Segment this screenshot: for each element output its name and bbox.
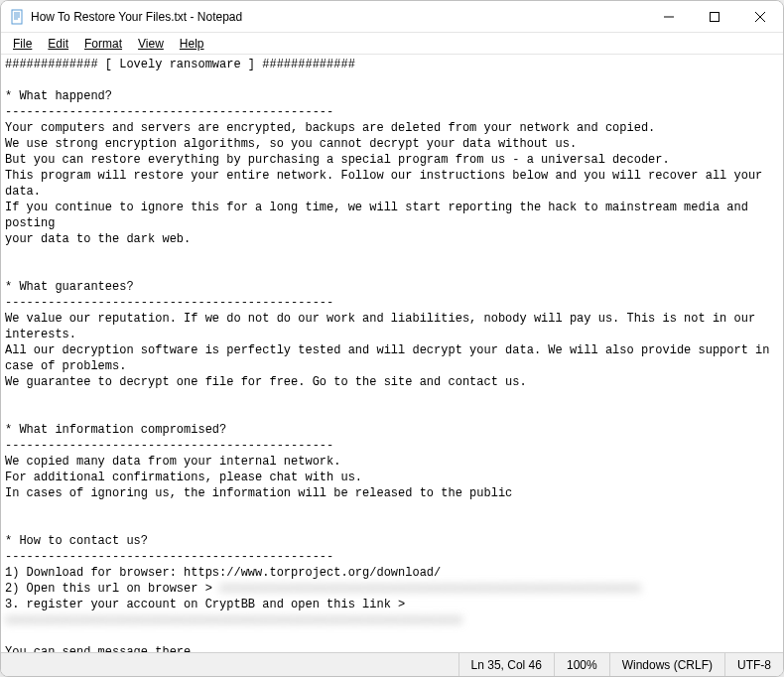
status-position: Ln 35, Col 46 (458, 653, 554, 676)
text-line: We use strong encryption algorithms, so … (5, 137, 577, 151)
text-line: ----------------------------------------… (5, 105, 333, 119)
menu-format[interactable]: Format (76, 35, 130, 53)
minimize-button[interactable] (646, 1, 692, 32)
menu-view[interactable]: View (130, 35, 172, 53)
redacted-url: xxxxxxxxxxxxxxxxxxxxxxxxxxxxxxxxxxxxxxxx… (219, 582, 641, 596)
menubar: File Edit Format View Help (1, 33, 783, 55)
text-line: ----------------------------------------… (5, 296, 333, 310)
menu-file-label: File (13, 37, 32, 51)
titlebar[interactable]: How To Restore Your Files.txt - Notepad (1, 1, 783, 33)
text-line: But you can restore everything by purcha… (5, 153, 670, 167)
svg-rect-6 (711, 12, 719, 21)
menu-view-label: View (138, 37, 164, 51)
status-spacer (1, 653, 458, 676)
text-line: your data to the dark web. (5, 232, 191, 246)
text-line: * How to contact us? (5, 534, 148, 548)
menu-format-label: Format (84, 37, 122, 51)
text-area[interactable]: ############# [ Lovely ransomware ] ####… (1, 55, 783, 652)
window-controls (646, 1, 783, 32)
close-button[interactable] (737, 1, 783, 32)
text-line: Your computers and servers are encrypted… (5, 121, 655, 135)
text-line: We value our reputation. If we do not do… (5, 312, 762, 341)
text-line: If you continue to ignore this for a lon… (5, 201, 755, 230)
text-line: * What information compromised? (5, 423, 226, 437)
text-line: We copied many data from your internal n… (5, 455, 340, 469)
window-title: How To Restore Your Files.txt - Notepad (31, 10, 646, 24)
text-line: This program will restore your entire ne… (5, 169, 770, 199)
status-zoom: 100% (554, 653, 609, 676)
menu-file[interactable]: File (5, 35, 40, 53)
text-line: ----------------------------------------… (5, 550, 333, 564)
notepad-window: How To Restore Your Files.txt - Notepad … (0, 0, 784, 677)
menu-edit-label: Edit (48, 37, 68, 51)
text-line: All our decryption software is perfectly… (5, 343, 777, 373)
menu-help[interactable]: Help (172, 35, 212, 53)
text-line: For additional confirmations, please cha… (5, 471, 362, 484)
status-encoding: UTF-8 (724, 653, 783, 676)
menu-edit[interactable]: Edit (40, 35, 76, 53)
text-line: 3. register your account on CryptBB and … (5, 598, 405, 611)
text-line: * What guarantees? (5, 280, 134, 294)
status-lineending: Windows (CRLF) (609, 653, 724, 676)
redacted-url: xxxxxxxxxxxxxxxxxxxxxxxxxxxxxxxxxxxxxxxx… (5, 613, 462, 627)
maximize-button[interactable] (692, 1, 737, 32)
text-line: ############# [ Lovely ransomware ] ####… (5, 58, 355, 71)
text-line: We guarantee to decrypt one file for fre… (5, 375, 527, 389)
text-line: 1) Download for browser: https://www.tor… (5, 566, 441, 580)
notepad-icon (9, 9, 25, 25)
text-line: In cases of ignoring us, the information… (5, 486, 512, 500)
menu-help-label: Help (180, 37, 204, 51)
text-line: * What happend? (5, 89, 112, 103)
text-line: ----------------------------------------… (5, 439, 333, 453)
statusbar: Ln 35, Col 46 100% Windows (CRLF) UTF-8 (1, 652, 783, 676)
text-line: You can send message there (5, 645, 191, 652)
text-line: 2) Open this url on browser > (5, 582, 219, 596)
